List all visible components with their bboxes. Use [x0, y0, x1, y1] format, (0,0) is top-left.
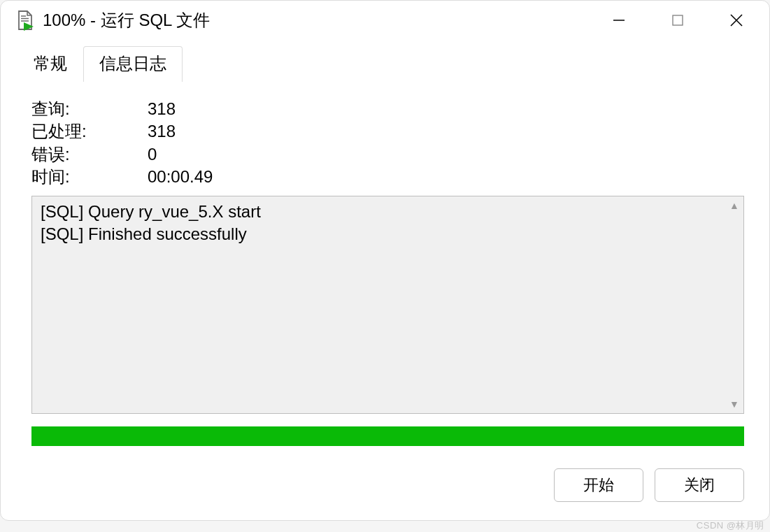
- dialog-window: 100% - 运行 SQL 文件 常规 信息日志 查询: 318 已处理: 31…: [0, 0, 770, 521]
- log-text[interactable]: [SQL] Query ry_vue_5.X start [SQL] Finis…: [32, 196, 725, 413]
- stats-label-processed: 已处理:: [31, 120, 148, 143]
- tab-general[interactable]: 常规: [17, 46, 83, 82]
- window-title: 100% - 运行 SQL 文件: [43, 9, 594, 31]
- close-dialog-button[interactable]: 关闭: [655, 468, 744, 502]
- stats-row-processed: 已处理: 318: [31, 120, 744, 143]
- watermark: CSDN @林月明: [697, 519, 764, 532]
- stats-value-errors: 0: [148, 143, 157, 166]
- close-button[interactable]: [720, 6, 753, 35]
- tab-strip: 常规 信息日志: [1, 40, 769, 81]
- log-box: [SQL] Query ry_vue_5.X start [SQL] Finis…: [31, 196, 744, 414]
- maximize-button[interactable]: [662, 6, 694, 35]
- scroll-down-icon[interactable]: ▼: [727, 396, 742, 412]
- stats-label-query: 查询:: [31, 98, 148, 120]
- stats-row-time: 时间: 00:00.49: [31, 166, 744, 188]
- window-controls: [603, 6, 762, 35]
- stats-row-query: 查询: 318: [31, 98, 744, 120]
- start-button[interactable]: 开始: [554, 468, 643, 502]
- scrollbar[interactable]: ▲ ▼: [725, 196, 743, 413]
- stats-block: 查询: 318 已处理: 318 错误: 0 时间: 00:00.49: [31, 98, 744, 189]
- titlebar: 100% - 运行 SQL 文件: [1, 1, 769, 40]
- stats-value-processed: 318: [148, 120, 176, 143]
- minimize-button[interactable]: [603, 6, 635, 35]
- stats-label-errors: 错误:: [31, 143, 148, 166]
- stats-row-errors: 错误: 0: [31, 143, 744, 166]
- sql-file-icon: [16, 10, 34, 31]
- stats-value-query: 318: [148, 98, 176, 120]
- svg-rect-5: [673, 15, 683, 25]
- dialog-footer: 开始 关闭: [1, 457, 769, 520]
- content-area: 查询: 318 已处理: 318 错误: 0 时间: 00:00.49 [SQL…: [1, 81, 769, 457]
- stats-value-time: 00:00.49: [148, 166, 213, 188]
- progress-bar: [31, 426, 744, 446]
- stats-label-time: 时间:: [31, 166, 148, 188]
- tab-info-log[interactable]: 信息日志: [83, 46, 183, 82]
- scroll-up-icon[interactable]: ▲: [727, 198, 742, 213]
